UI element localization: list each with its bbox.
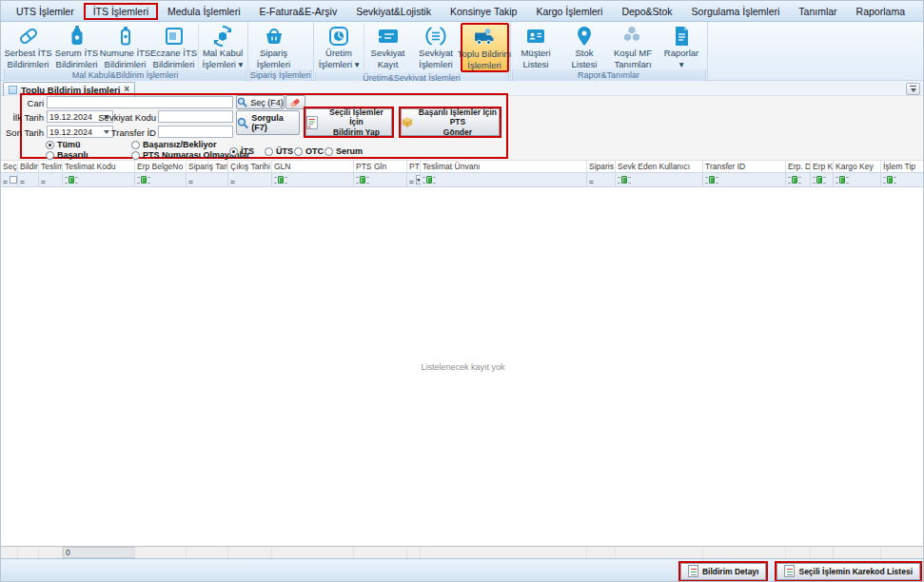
tab-list-button[interactable] — [906, 83, 920, 95]
ribbon-button-kosul-mf[interactable]: Koşul MF Tanımları — [609, 23, 658, 69]
filter-cell[interactable] — [587, 173, 616, 186]
filter-cell[interactable] — [354, 173, 407, 186]
filter-cell[interactable] — [63, 173, 135, 186]
ribbon-button-serum-its[interactable]: Serum İTS Bildirimleri — [52, 23, 101, 69]
equals-filter-icon — [3, 173, 8, 186]
column-header[interactable]: Kargo Key — [834, 161, 881, 172]
filter-cell[interactable] — [272, 173, 354, 186]
column-header[interactable]: Erp Kodu — [811, 161, 834, 172]
ribbon-button-stok-listesi[interactable]: Stok Listesi — [560, 23, 609, 69]
eraser-icon — [289, 97, 302, 108]
transfer-id-input[interactable] — [158, 126, 233, 138]
annotation-rect-bildirim-detayi: Bildirim Detayı — [678, 561, 769, 582]
sec-f4-button[interactable]: Seç (F4) — [236, 95, 285, 109]
menu-its-islemleri[interactable]: İTS İşlemleri — [84, 3, 158, 20]
filter-cell[interactable] — [421, 173, 587, 186]
karekod-listesi-button[interactable]: Seçili İşlemin Karekod Listesi — [777, 563, 920, 580]
radio-serum[interactable]: Serum — [324, 146, 363, 156]
menu-medula-islemleri[interactable]: Medula İşlemleri — [158, 3, 249, 20]
column-header[interactable]: Seç — [1, 161, 18, 172]
filter-cell[interactable] — [187, 173, 228, 186]
menu-tanimlar[interactable]: Tanımlar — [789, 3, 846, 20]
tab-toplu-bildirim-islemleri[interactable]: Toplu Bildirim İşlemleri × — [3, 82, 135, 96]
radio-uts[interactable]: ÜTS — [265, 146, 293, 156]
filter-cell[interactable] — [786, 173, 811, 186]
ribbon-button-sevkiyat-islemleri[interactable]: Sevkiyat İşlemleri — [412, 23, 461, 72]
radio-tumu[interactable]: Tümü — [46, 140, 81, 149]
shipment-card-icon — [376, 25, 401, 48]
column-header[interactable]: Siparis A — [587, 161, 616, 172]
filter-cell[interactable] — [881, 173, 924, 186]
bildirim-yap-button[interactable]: Seçili İşlemler İçinBildirim Yap — [305, 108, 392, 136]
ribbon-button-eczane-its[interactable]: Eczane İTS Bildirimleri — [149, 23, 198, 69]
column-header[interactable]: Çıkış Tarihi — [228, 161, 272, 172]
menu-raporlama[interactable]: Raporlama — [847, 3, 914, 20]
condition-boxes-icon — [620, 25, 645, 48]
column-header[interactable]: GLN — [272, 161, 354, 172]
menu-depo-stok[interactable]: Depo&Stok — [612, 3, 681, 20]
radio-basarili[interactable]: Başarılı — [46, 150, 88, 160]
equals-filter-icon — [409, 173, 414, 186]
filter-cell[interactable] — [616, 173, 703, 186]
filter-cell[interactable] — [135, 173, 187, 186]
column-header[interactable]: Bildiri — [18, 161, 39, 172]
menu-sorgulama-islemleri[interactable]: Sorgulama İşlemleri — [682, 3, 790, 20]
menu-efatura-earsiv[interactable]: E-Fatura&E-Arşiv — [249, 3, 346, 20]
column-header[interactable]: İşlem Tip — [881, 161, 924, 172]
tab-close-icon[interactable]: × — [124, 85, 129, 94]
ribbon-button-siparis-islemleri[interactable]: Sipariş İşlemleri — [249, 23, 298, 69]
radio-basarisiz-bekliyor[interactable]: Başarısız/Bekliyor — [131, 140, 217, 149]
tab-document-icon — [9, 86, 17, 94]
menu-uts-islemler[interactable]: UTS İşlemler — [7, 3, 84, 20]
column-header[interactable]: Erp BelgeNo — [135, 161, 187, 172]
barcode-doc-icon — [784, 565, 795, 577]
filter-cell[interactable] — [18, 173, 39, 186]
column-header[interactable]: Teslimat Ünvanı — [421, 161, 587, 172]
pts-gonder-button[interactable]: Başarılı İşlemler İçin PTSGönder — [401, 108, 500, 136]
stock-pin-icon — [572, 25, 597, 48]
radio-icon — [131, 151, 140, 160]
radio-icon — [265, 147, 273, 156]
column-header[interactable]: Sipariş Tarihi — [187, 161, 228, 172]
ribbon-button-sevkiyat-kayit[interactable]: Sevkiyat Kayıt — [364, 23, 412, 72]
column-header[interactable]: Transfer ID — [703, 161, 786, 172]
column-header[interactable]: PTS Gln — [354, 161, 407, 172]
ribbon-button-numune-its[interactable]: Numune İTS Bildirimleri — [101, 23, 149, 69]
radio-icon — [46, 141, 54, 149]
filter-cell[interactable] — [39, 173, 63, 186]
notification-doc-icon — [306, 116, 318, 129]
filter-cell[interactable] — [1, 173, 18, 186]
radio-otc[interactable]: OTC — [294, 146, 324, 156]
radio-its[interactable]: İTS — [229, 146, 254, 156]
ilk-tarih-label: İlk Tarih — [1, 112, 44, 123]
ribbon-button-mal-kabul[interactable]: Mal Kabul İşlemleri ▾ — [198, 23, 246, 69]
column-header[interactable]: PTS ! — [407, 161, 421, 172]
column-header[interactable]: Erp. Dur — [786, 161, 811, 172]
serum-bag-icon — [65, 25, 89, 48]
column-header[interactable]: Teslimat Kodu — [63, 161, 135, 172]
clear-button[interactable] — [285, 95, 305, 109]
ribbon-button-toplu-bildirim[interactable]: Toplu Bildirim İşlemleri — [461, 23, 509, 72]
ribbon-button-musteri-listesi[interactable]: Müşteri Listesi — [512, 23, 560, 69]
ribbon-button-serbest-its[interactable]: Serbest İTS Bildirimleri — [4, 23, 52, 69]
menu-ayarlar[interactable]: Ayarlar — [914, 3, 924, 20]
filter-cell[interactable] — [228, 173, 272, 186]
menu-kargo-islemleri[interactable]: Kargo İşlemleri — [526, 3, 612, 20]
filter-cell[interactable] — [811, 173, 834, 186]
filter-cell[interactable] — [407, 173, 421, 186]
sorgula-f7-button[interactable]: Sorgula (F7) — [236, 110, 300, 135]
caret-down-icon — [911, 88, 916, 92]
filter-cell[interactable] — [834, 173, 881, 186]
ribbon-button-raporlar[interactable]: Raporlar ▾ — [658, 23, 706, 69]
filter-cell[interactable] — [703, 173, 786, 186]
cari-input[interactable] — [47, 96, 233, 108]
menu-konsinye-takip[interactable]: Konsinye Takip — [441, 3, 526, 20]
status-bar: Bildirim Detayı Seçili İşlemin Karekod L… — [1, 558, 924, 582]
menu-sevkiyat-lojistik[interactable]: Sevkiyat&Lojistik — [346, 3, 441, 20]
sevkiyat-kodu-input[interactable] — [158, 110, 233, 123]
column-header[interactable]: Sevk Eden Kullanıcı — [616, 161, 703, 172]
bildirim-detayi-button[interactable]: Bildirim Detayı — [680, 563, 767, 580]
column-header[interactable]: Teslimat — [39, 161, 63, 172]
ribbon-button-uretim-islemleri[interactable]: Üretim İşlemleri ▾ — [315, 23, 364, 72]
production-icon — [326, 25, 351, 48]
